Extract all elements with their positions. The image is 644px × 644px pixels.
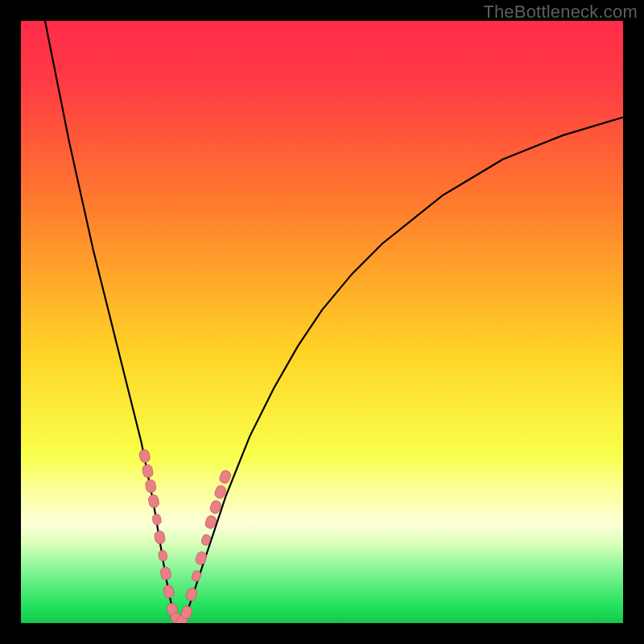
plot-area xyxy=(21,21,623,623)
svg-rect-0 xyxy=(21,21,623,623)
watermark-text: TheBottleneck.com xyxy=(483,2,638,23)
heat-gradient-background xyxy=(21,21,623,623)
chart-frame: TheBottleneck.com xyxy=(0,0,644,644)
